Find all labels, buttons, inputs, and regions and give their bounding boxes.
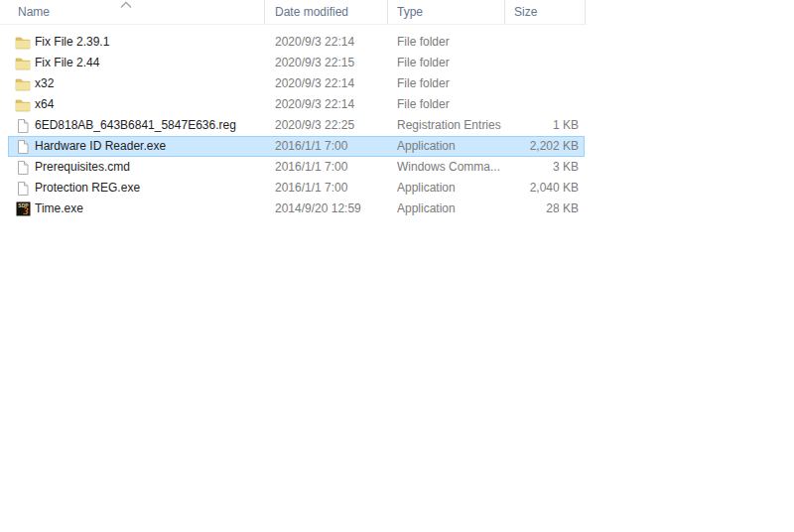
file-size-cell — [505, 73, 586, 94]
file-row[interactable]: SDP3 Time.exe 2014/9/20 12:59 Applicatio… — [0, 199, 587, 219]
file-name-label: Fix File 2.39.1 — [35, 32, 109, 53]
file-name-label: Fix File 2.44 — [35, 53, 99, 73]
file-date-modified-cell: 2020/9/3 22:14 — [265, 73, 388, 94]
file-name-cell: x64 — [0, 94, 265, 115]
file-name-cell: x32 — [0, 73, 265, 94]
folder-icon — [15, 97, 31, 113]
file-date-modified-cell: 2016/1/1 7:00 — [265, 178, 388, 199]
file-rows-container: Fix File 2.39.1 2020/9/3 22:14 File fold… — [0, 32, 588, 219]
file-row[interactable]: Prerequisites.cmd 2016/1/1 7:00 Windows … — [0, 157, 587, 178]
file-row[interactable]: 6ED818AB_643B6841_5847E636.reg 2020/9/3 … — [0, 115, 587, 136]
column-header-row: Name Date modified Type Size — [0, 0, 587, 25]
blank-file-icon — [15, 118, 31, 134]
file-list-details-view: Name Date modified Type Size Fix File 2.… — [0, 0, 588, 219]
svg-text:3: 3 — [23, 205, 29, 216]
file-name-label: Time.exe — [35, 199, 83, 219]
file-date-modified-cell: 2020/9/3 22:14 — [265, 94, 388, 115]
file-date-modified-cell: 2020/9/3 22:14 — [265, 32, 388, 53]
file-type-cell: Application — [388, 199, 505, 219]
file-name-label: Prerequisites.cmd — [35, 157, 130, 178]
column-header-size[interactable]: Size — [505, 0, 586, 24]
file-size-cell: 1 KB — [505, 115, 586, 136]
column-header-date-modified[interactable]: Date modified — [265, 0, 388, 24]
file-size-cell: 28 KB — [505, 199, 586, 219]
file-size-cell — [505, 94, 586, 115]
column-header-name-label: Name — [18, 5, 50, 19]
file-name-cell: Prerequisites.cmd — [0, 157, 265, 178]
file-type-cell: File folder — [388, 53, 505, 73]
file-row[interactable]: Fix File 2.44 2020/9/3 22:15 File folder — [0, 53, 587, 73]
file-row[interactable]: x64 2020/9/3 22:14 File folder — [0, 94, 587, 115]
explorer-file-pane: Name Date modified Type Size Fix File 2.… — [0, 0, 794, 532]
blank-file-icon — [15, 160, 31, 176]
blank-file-icon — [15, 181, 31, 197]
column-header-type[interactable]: Type — [388, 0, 505, 24]
file-size-cell: 3 KB — [505, 157, 586, 178]
file-date-modified-cell: 2016/1/1 7:00 — [265, 157, 388, 178]
file-type-cell: File folder — [388, 94, 505, 115]
file-type-cell: File folder — [388, 73, 505, 94]
file-name-cell: SDP3 Time.exe — [0, 199, 265, 219]
file-size-cell: 2,040 KB — [505, 178, 586, 199]
file-name-cell: Fix File 2.44 — [0, 53, 265, 73]
file-date-modified-cell: 2014/9/20 12:59 — [265, 199, 388, 219]
file-type-cell: Application — [388, 136, 505, 157]
file-row[interactable]: Protection REG.exe 2016/1/1 7:00 Applica… — [0, 178, 587, 199]
file-row[interactable]: Hardware ID Reader.exe 2016/1/1 7:00 App… — [0, 136, 587, 157]
chevron-up-icon — [119, 0, 133, 9]
file-name-label: x32 — [35, 73, 54, 94]
file-size-cell — [505, 32, 586, 53]
file-name-label: x64 — [35, 94, 54, 115]
file-name-label: 6ED818AB_643B6841_5847E636.reg — [35, 115, 236, 136]
file-date-modified-cell: 2020/9/3 22:25 — [265, 115, 388, 136]
file-date-modified-cell: 2016/1/1 7:00 — [265, 136, 388, 157]
file-type-cell: Windows Comma... — [388, 157, 505, 178]
blank-file-icon — [15, 139, 31, 155]
file-size-cell — [505, 53, 586, 73]
file-type-cell: File folder — [388, 32, 505, 53]
file-row[interactable]: x32 2020/9/3 22:14 File folder — [0, 73, 587, 94]
column-header-name[interactable]: Name — [0, 0, 265, 24]
file-name-cell: Fix File 2.39.1 — [0, 32, 265, 53]
folder-icon — [15, 56, 31, 71]
file-type-cell: Registration Entries — [388, 115, 505, 136]
file-name-label: Protection REG.exe — [35, 178, 140, 199]
folder-icon — [15, 35, 31, 51]
file-type-cell: Application — [388, 178, 505, 199]
file-row[interactable]: Fix File 2.39.1 2020/9/3 22:14 File fold… — [0, 32, 587, 53]
file-name-cell: Hardware ID Reader.exe — [0, 136, 265, 157]
file-size-cell: 2,202 KB — [505, 136, 586, 157]
file-name-label: Hardware ID Reader.exe — [35, 136, 166, 157]
file-name-cell: 6ED818AB_643B6841_5847E636.reg — [0, 115, 265, 136]
file-date-modified-cell: 2020/9/3 22:15 — [265, 53, 388, 73]
folder-icon — [15, 76, 31, 92]
sdp3-app-icon: SDP3 — [15, 201, 31, 217]
file-name-cell: Protection REG.exe — [0, 178, 265, 199]
